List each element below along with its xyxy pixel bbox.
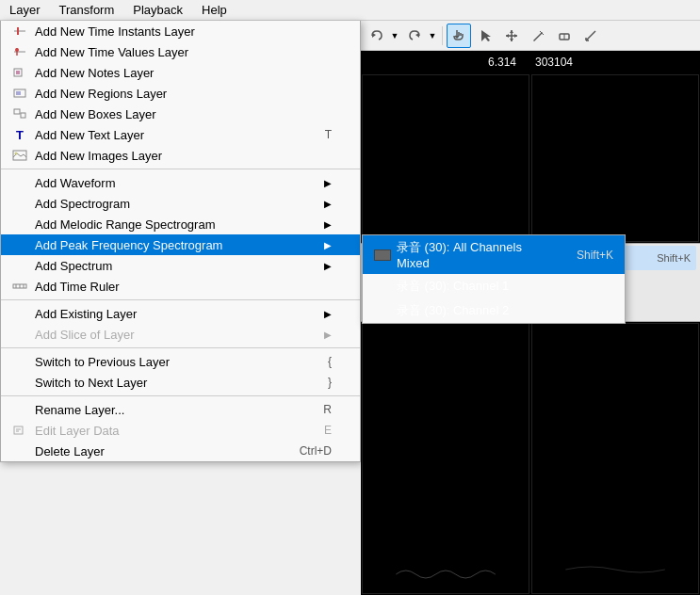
menu-item-images[interactable]: Add New Images Layer	[1, 145, 360, 166]
toolbar: ▼ ▼	[361, 21, 700, 51]
existing-layer-icon	[10, 306, 29, 321]
text-label: Add New Text Layer	[35, 128, 306, 142]
next-layer-label: Switch to Next Layer	[35, 376, 309, 390]
redo-dropdown[interactable]: ▼	[402, 24, 438, 48]
undo-dropdown[interactable]: ▼	[365, 24, 400, 48]
svg-line-31	[586, 31, 595, 40]
main-area: Add New Time Instants Layer Add New Time…	[0, 21, 700, 595]
waveform-bottom-left	[362, 323, 529, 594]
menu-item-slice-layer[interactable]: Add Slice of Layer ▶	[1, 324, 360, 345]
menu-item-boxes[interactable]: Add New Boxes Layer	[1, 104, 360, 124]
submenu-channel2[interactable]: 录音 (30): Channel 2	[363, 298, 625, 323]
erase-tool-button[interactable]	[552, 24, 577, 48]
rename-shortcut: R	[304, 403, 332, 416]
draw-tool-button[interactable]	[526, 24, 550, 48]
melodic-label: Add Melodic Range Spectrogram	[35, 217, 324, 232]
next-layer-icon	[10, 375, 29, 390]
coord-y: 303104	[535, 56, 573, 69]
menubar: Layer Transform Playback Help	[0, 0, 700, 21]
peak-freq-label: Add Peak Frequency Spectrogram	[35, 238, 324, 252]
menu-item-regions[interactable]: Add New Regions Layer	[1, 83, 360, 104]
delete-layer-icon	[10, 443, 29, 458]
svg-marker-25	[510, 39, 513, 41]
menu-item-time-ruler[interactable]: Add Time Ruler	[1, 276, 360, 297]
menu-item-delete[interactable]: Delete Layer Ctrl+D	[1, 441, 360, 461]
time-instants-icon	[10, 24, 29, 39]
text-layer-icon: T	[10, 127, 29, 142]
menu-layer[interactable]: Layer	[0, 1, 50, 19]
menu-item-existing-layer[interactable]: Add Existing Layer ▶	[1, 303, 360, 324]
svg-rect-10	[21, 113, 25, 118]
coord-x: 6.314	[488, 56, 516, 69]
time-ruler-icon	[10, 279, 29, 294]
time-instants-label: Add New Time Instants Layer	[35, 24, 332, 39]
menu-item-melodic[interactable]: Add Melodic Range Spectrogram ▶	[1, 214, 360, 234]
menu-item-rename[interactable]: Rename Layer... R	[1, 399, 360, 420]
svg-marker-26	[506, 34, 509, 38]
waveform-icon	[10, 175, 29, 190]
edit-data-shortcut: E	[305, 424, 332, 437]
svg-rect-17	[14, 426, 23, 434]
submenu-all-channels[interactable]: 录音 (30): All Channels Mixed Shift+K	[363, 235, 625, 274]
separator-2	[1, 299, 360, 300]
layer-dropdown-menu: Add New Time Instants Layer Add New Time…	[0, 21, 361, 462]
svg-marker-21	[415, 33, 419, 38]
melodic-arrow: ▶	[324, 219, 332, 230]
menu-item-time-values[interactable]: Add New Time Values Layer	[1, 41, 360, 62]
rename-label: Rename Layer...	[35, 403, 304, 417]
menu-playback[interactable]: Playback	[123, 1, 192, 19]
notes-icon	[10, 65, 29, 80]
channel-all-shortcut: Shift+K	[657, 252, 691, 264]
move-tool-button[interactable]	[499, 24, 524, 48]
waveform-label: Add Waveform	[35, 176, 324, 190]
time-values-icon	[10, 44, 29, 59]
separator-3	[1, 347, 360, 348]
menu-item-edit-data[interactable]: Edit Layer Data E	[1, 420, 360, 441]
redo-arrow[interactable]: ▼	[427, 24, 438, 48]
measure-tool-button[interactable]	[578, 24, 603, 48]
menu-help[interactable]: Help	[192, 1, 236, 19]
menu-item-prev-layer[interactable]: Switch to Previous Layer {	[1, 351, 360, 372]
all-channels-shortcut: Shift+K	[558, 249, 613, 262]
rename-icon	[10, 402, 29, 417]
submenu-channel1[interactable]: 录音 (30): Channel 1	[363, 274, 625, 298]
menu-transform[interactable]: Transform	[50, 1, 124, 19]
channel2-label: 录音 (30): Channel 2	[397, 302, 509, 319]
undo-arrow[interactable]: ▼	[389, 24, 400, 48]
slice-layer-label: Add Slice of Layer	[35, 328, 324, 342]
menu-item-spectrogram[interactable]: Add Spectrogram ▶	[1, 193, 360, 214]
peak-freq-submenu: 录音 (30): All Channels Mixed Shift+K 录音 (…	[362, 234, 626, 324]
waveform-bottom-right	[531, 323, 699, 594]
menu-item-peak-freq[interactable]: Add Peak Frequency Spectrogram ▶ 录音 (30)…	[1, 234, 360, 255]
svg-rect-8	[16, 91, 21, 95]
time-ruler-label: Add Time Ruler	[35, 280, 332, 294]
melodic-icon	[10, 217, 29, 232]
waveform-top	[361, 73, 700, 243]
menu-item-spectrum[interactable]: Add Spectrum ▶	[1, 255, 360, 276]
waveform-arrow: ▶	[324, 178, 332, 188]
slice-layer-icon	[10, 327, 29, 342]
edit-data-label: Edit Layer Data	[35, 424, 305, 438]
menu-item-text[interactable]: T Add New Text Layer T	[1, 124, 360, 145]
menu-item-waveform[interactable]: Add Waveform ▶	[1, 172, 360, 193]
spectrogram-arrow: ▶	[324, 199, 332, 209]
text-shortcut: T	[306, 128, 332, 141]
time-values-label: Add New Time Values Layer	[35, 45, 332, 59]
grab-tool-button[interactable]	[447, 24, 471, 48]
delete-label: Delete Layer	[35, 444, 281, 458]
svg-rect-6	[16, 71, 20, 74]
menu-item-notes[interactable]: Add New Notes Layer	[1, 62, 360, 83]
separator-1	[1, 169, 360, 169]
svg-point-4	[15, 48, 19, 52]
notes-label: Add New Notes Layer	[35, 66, 332, 80]
spectrum-label: Add Spectrum	[35, 259, 324, 273]
separator-4	[1, 395, 360, 396]
select-tool-button[interactable]	[473, 24, 497, 48]
menu-item-time-instants[interactable]: Add New Time Instants Layer	[1, 21, 360, 41]
menu-item-next-layer[interactable]: Switch to Next Layer }	[1, 372, 360, 393]
undo-button[interactable]	[365, 24, 389, 48]
coords-bar: 6.314 303104	[361, 51, 700, 73]
regions-label: Add New Regions Layer	[35, 87, 332, 101]
spectrogram-icon	[10, 196, 29, 211]
redo-button[interactable]	[402, 24, 427, 48]
